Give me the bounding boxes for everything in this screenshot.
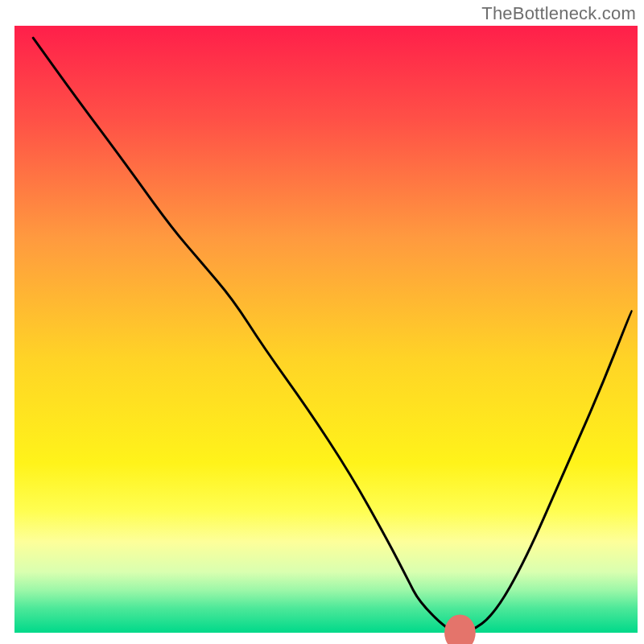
bottleneck-chart: TheBottleneck.com bbox=[0, 0, 644, 644]
chart-svg bbox=[0, 0, 644, 644]
watermark-text: TheBottleneck.com bbox=[481, 3, 636, 24]
plot-background bbox=[14, 26, 638, 633]
